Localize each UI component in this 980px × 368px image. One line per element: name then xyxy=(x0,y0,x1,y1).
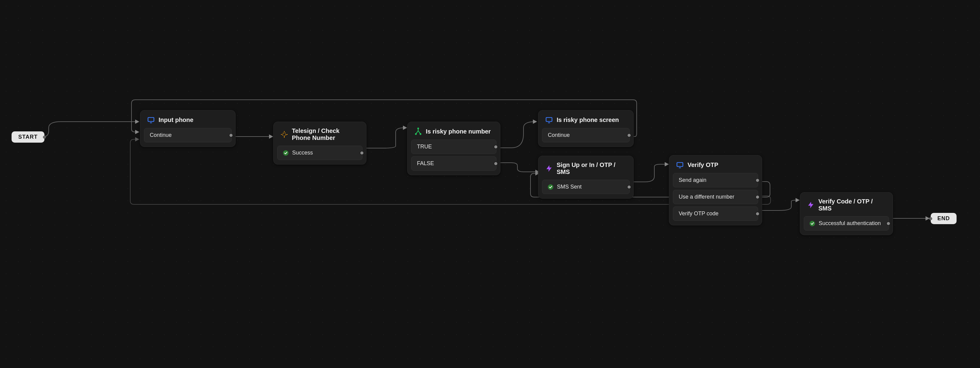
node-is-risky-number[interactable]: Is risky phone number TRUE FALSE xyxy=(407,122,500,175)
terminal-end[interactable]: END xyxy=(931,213,956,224)
flow-connectors xyxy=(0,0,980,368)
node-header: Is risky phone screen xyxy=(538,110,633,128)
node-header: Input phone xyxy=(140,110,235,128)
node-verify-code[interactable]: Verify Code / OTP / SMS Successful authe… xyxy=(800,192,893,235)
row-label: Successful authentication xyxy=(819,220,881,227)
node-title: Verify Code / OTP / SMS xyxy=(818,198,886,212)
row-true[interactable]: TRUE xyxy=(411,140,496,154)
node-telesign[interactable]: Telesign / Check Phone Number Success xyxy=(273,122,366,165)
success-icon xyxy=(548,184,553,190)
node-verify-otp[interactable]: Verify OTP Send again Use a different nu… xyxy=(669,155,762,225)
row-port-out xyxy=(360,151,364,155)
node-title: Verify OTP xyxy=(687,162,718,168)
svg-point-2 xyxy=(283,133,286,136)
node-title: Sign Up or In / OTP / SMS xyxy=(557,162,627,176)
row-port-out xyxy=(756,178,760,182)
node-title: Is risky phone number xyxy=(426,128,491,135)
bolt-icon xyxy=(807,201,815,209)
terminal-start[interactable]: START xyxy=(11,132,45,143)
success-icon xyxy=(810,221,815,226)
row-success[interactable]: Success xyxy=(277,146,363,160)
node-is-risky-screen[interactable]: Is risky phone screen Continue xyxy=(538,110,634,147)
svg-point-4 xyxy=(415,133,416,135)
row-successful-auth[interactable]: Successful authentication xyxy=(804,216,889,230)
row-port-out xyxy=(886,221,891,226)
node-header: Sign Up or In / OTP / SMS xyxy=(538,156,633,180)
node-header: Verify Code / OTP / SMS xyxy=(800,192,892,216)
row-label: SMS Sent xyxy=(557,184,582,190)
row-false[interactable]: FALSE xyxy=(411,156,496,171)
screen-icon xyxy=(147,116,155,124)
row-port-out xyxy=(229,133,233,138)
terminal-end-label: END xyxy=(937,215,950,222)
row-label: FALSE xyxy=(417,160,434,167)
node-header: Is risky phone number xyxy=(407,122,500,140)
row-label: Continue xyxy=(548,132,570,138)
row-verify-code[interactable]: Verify OTP code xyxy=(673,206,758,221)
screen-icon xyxy=(545,116,553,124)
row-port-out xyxy=(494,145,498,149)
row-send-again[interactable]: Send again xyxy=(673,173,758,187)
svg-rect-8 xyxy=(677,162,683,167)
row-port-out xyxy=(627,133,631,138)
svg-point-5 xyxy=(420,133,421,135)
telesign-icon xyxy=(280,130,288,138)
row-label: Send again xyxy=(679,177,706,183)
terminal-start-port xyxy=(43,136,46,139)
row-port-out xyxy=(627,185,631,189)
screen-icon xyxy=(676,161,684,169)
node-header: Telesign / Check Phone Number xyxy=(274,122,366,146)
node-title: Is risky phone screen xyxy=(557,116,619,124)
row-label: Success xyxy=(292,150,313,156)
terminal-start-label: START xyxy=(18,134,38,140)
row-sms-sent[interactable]: SMS Sent xyxy=(542,180,630,194)
row-use-diff-number[interactable]: Use a different number xyxy=(673,190,758,204)
row-label: TRUE xyxy=(417,144,432,150)
svg-point-3 xyxy=(418,128,418,129)
svg-rect-6 xyxy=(546,117,552,121)
row-port-out xyxy=(756,195,760,199)
row-continue[interactable]: Continue xyxy=(542,128,630,142)
flow-canvas[interactable]: START END Input phone Continue xyxy=(0,0,980,368)
row-label: Verify OTP code xyxy=(679,211,719,217)
node-input-phone[interactable]: Input phone Continue xyxy=(140,110,235,147)
row-port-out xyxy=(494,162,498,166)
node-header: Verify OTP xyxy=(669,155,762,173)
node-title: Input phone xyxy=(159,116,193,124)
row-label: Use a different number xyxy=(679,194,734,200)
success-icon xyxy=(283,150,288,156)
svg-rect-0 xyxy=(148,117,154,121)
terminal-end-port xyxy=(929,217,932,220)
node-title: Telesign / Check Phone Number xyxy=(292,127,360,141)
row-port-out xyxy=(756,212,760,216)
bolt-icon xyxy=(545,165,553,173)
split-icon xyxy=(414,127,422,135)
row-label: Continue xyxy=(150,132,172,138)
node-sign-up[interactable]: Sign Up or In / OTP / SMS SMS Sent xyxy=(538,156,634,198)
row-continue[interactable]: Continue xyxy=(144,128,232,142)
